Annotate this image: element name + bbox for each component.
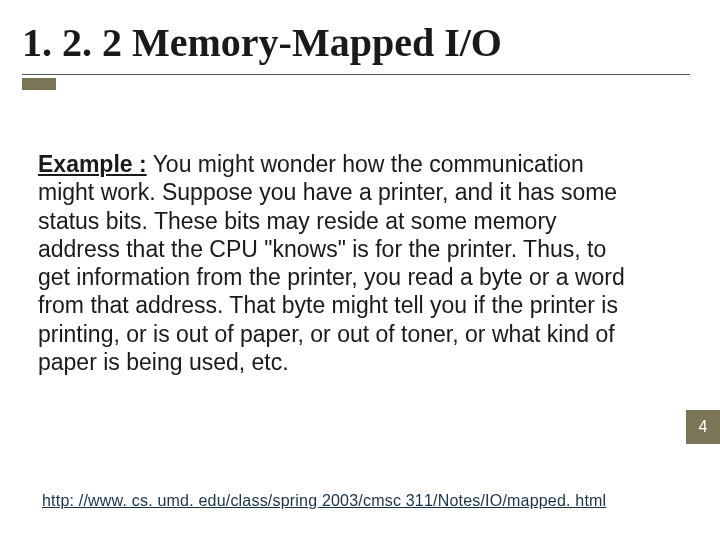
- example-label: Example :: [38, 151, 147, 177]
- body-paragraph: Example : You might wonder how the commu…: [38, 150, 638, 376]
- body-text: You might wonder how the communication m…: [38, 151, 625, 375]
- slide-title: 1. 2. 2 Memory-Mapped I/O: [22, 22, 690, 75]
- source-link[interactable]: http: //www. cs. umd. edu/class/spring 2…: [42, 492, 606, 510]
- page-number: 4: [699, 418, 708, 436]
- page-number-badge: 4: [686, 410, 720, 444]
- accent-decoration: [22, 78, 56, 90]
- slide: 1. 2. 2 Memory-Mapped I/O Example : You …: [0, 0, 720, 540]
